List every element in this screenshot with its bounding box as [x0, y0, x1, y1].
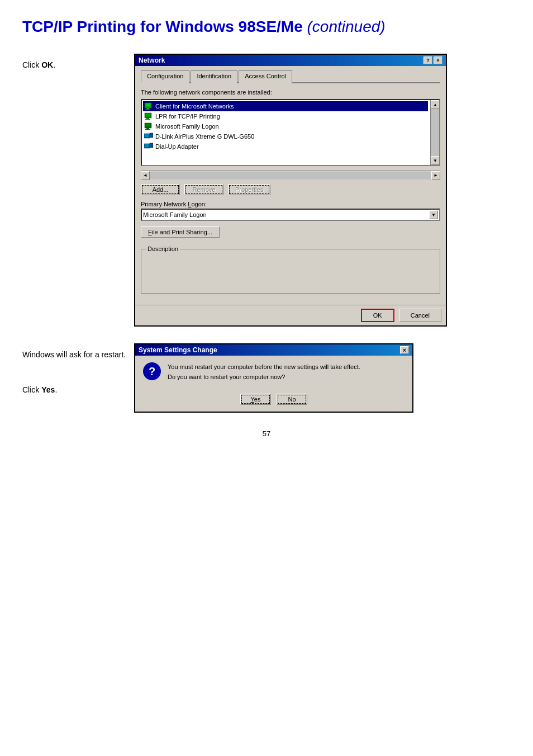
- system-dialog-area: System Settings Change × ? You must rest…: [134, 343, 511, 412]
- network-titlebar: Network ? ×: [135, 55, 446, 66]
- scroll-right-btn[interactable]: ►: [431, 171, 440, 180]
- select-arrow-icon[interactable]: ▼: [429, 210, 438, 219]
- scroll-down-btn[interactable]: ▼: [431, 156, 440, 165]
- svg-rect-13: [145, 134, 149, 137]
- ok-button[interactable]: OK: [361, 309, 394, 322]
- svg-rect-11: [145, 129, 150, 130]
- network-dialog: Network ? × Configuration Identification: [134, 54, 447, 327]
- help-button[interactable]: ?: [423, 56, 432, 64]
- question-icon: ?: [143, 362, 161, 380]
- list-item[interactable]: Client for Microsoft Networks: [143, 101, 428, 111]
- action-buttons-row: Add... Remove Properties: [141, 184, 440, 195]
- page-number: 57: [22, 429, 511, 438]
- list-item[interactable]: Microsoft Family Logon: [143, 121, 428, 131]
- client-icon: [144, 102, 153, 111]
- tabs-row: Configuration Identification Access Cont…: [141, 70, 440, 83]
- primary-logon-label: Primary Network Logon:: [141, 201, 440, 207]
- add-button[interactable]: Add...: [141, 184, 180, 195]
- listbox-inner: Client for Microsoft Networks: [142, 100, 429, 153]
- svg-rect-5: [146, 114, 150, 116]
- scroll-up-btn[interactable]: ▲: [431, 100, 440, 109]
- scroll-track: [431, 109, 439, 156]
- system-message-line2: Do you want to restart your computer now…: [168, 372, 360, 382]
- system-titlebar: System Settings Change ×: [135, 344, 412, 356]
- properties-button[interactable]: Properties: [228, 184, 270, 195]
- tab-configuration[interactable]: Configuration: [141, 70, 189, 83]
- list-item-label: Microsoft Family Logon: [155, 123, 219, 130]
- svg-rect-2: [146, 108, 149, 109]
- svg-rect-15: [150, 134, 153, 136]
- logon-icon: [144, 122, 153, 131]
- scroll-left-btn[interactable]: ◄: [141, 171, 150, 180]
- title-italic: (continued): [307, 18, 386, 35]
- list-item[interactable]: LPR for TCP/IP Printing: [143, 111, 428, 121]
- dlink-icon: [144, 132, 153, 141]
- list-item-label: Client for Microsoft Networks: [155, 103, 234, 110]
- svg-rect-19: [150, 144, 153, 147]
- system-content: ? You must restart your computer before …: [135, 356, 412, 389]
- description-label: Description: [146, 245, 180, 252]
- close-button[interactable]: ×: [434, 56, 442, 64]
- network-dialog-area: Network ? × Configuration Identification: [134, 54, 511, 327]
- list-item-label: LPR for TCP/IP Printing: [155, 113, 220, 120]
- vertical-scrollbar[interactable]: ▲ ▼: [430, 100, 439, 165]
- system-settings-dialog: System Settings Change × ? You must rest…: [134, 343, 413, 412]
- dialog-footer: OK Cancel: [135, 305, 446, 325]
- list-item-label: D-Link AirPlus Xtreme G DWL-G650: [155, 133, 254, 140]
- yes-button[interactable]: Yes: [240, 394, 271, 405]
- svg-rect-1: [146, 103, 150, 106]
- components-listbox[interactable]: Client for Microsoft Networks: [141, 99, 440, 166]
- lpr-icon: [144, 112, 153, 121]
- hscroll-track: [150, 172, 431, 179]
- components-description: The following network components are ins…: [141, 89, 440, 96]
- instruction-click-ok: Click OK.: [22, 54, 134, 71]
- remove-button[interactable]: Remove: [184, 184, 223, 195]
- svg-rect-17: [145, 144, 149, 147]
- list-item-label: Dial-Up Adapter: [155, 143, 199, 150]
- svg-rect-7: [145, 119, 150, 120]
- system-footer: Yes No: [135, 389, 412, 412]
- system-message-line1: You must restart your computer before th…: [168, 362, 360, 372]
- cancel-button[interactable]: Cancel: [399, 309, 441, 322]
- svg-rect-3: [145, 109, 150, 110]
- instruction-restart: Windows will ask for a restart. Click Ye…: [22, 343, 134, 396]
- title-main: TCP/IP Printing for Windows 98SE/Me: [22, 18, 303, 35]
- list-item[interactable]: Dial-Up Adapter: [143, 141, 428, 152]
- svg-rect-10: [146, 128, 149, 129]
- titlebar-buttons: ? ×: [423, 56, 442, 64]
- network-title: Network: [139, 56, 165, 64]
- system-title: System Settings Change: [139, 346, 217, 354]
- system-message: You must restart your computer before th…: [168, 362, 360, 382]
- svg-rect-9: [146, 124, 150, 126]
- description-groupbox: Description: [141, 249, 440, 294]
- tab-identification[interactable]: Identification: [191, 70, 237, 83]
- network-content: Configuration Identification Access Cont…: [135, 66, 446, 305]
- file-print-sharing-button[interactable]: File and Print Sharing...: [141, 226, 220, 238]
- page-title: TCP/IP Printing for Windows 98SE/Me (con…: [22, 17, 511, 37]
- list-item[interactable]: D-Link AirPlus Xtreme G DWL-G650: [143, 131, 428, 141]
- primary-logon-select[interactable]: Microsoft Family Logon ▼: [141, 209, 440, 221]
- primary-logon-value: Microsoft Family Logon: [143, 211, 207, 218]
- tab-access-control[interactable]: Access Control: [239, 70, 292, 83]
- horizontal-scrollbar[interactable]: ◄ ►: [141, 171, 440, 179]
- dialup-icon: [144, 142, 153, 151]
- no-button[interactable]: No: [277, 394, 307, 405]
- svg-rect-6: [146, 118, 149, 119]
- system-close-button[interactable]: ×: [400, 346, 409, 354]
